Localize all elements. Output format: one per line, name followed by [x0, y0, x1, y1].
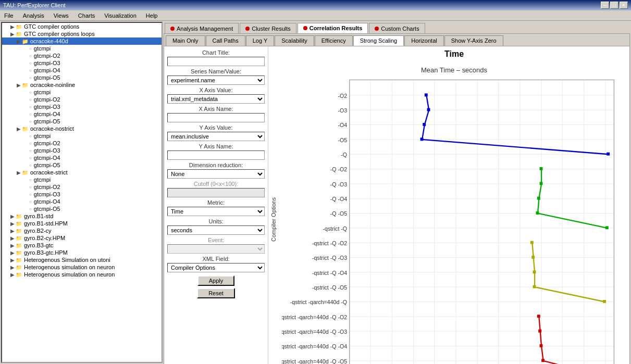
menu-item-views[interactable]: Views: [52, 12, 71, 19]
tree-item[interactable]: ○gtcmpi-O4: [2, 198, 162, 205]
close-button[interactable]: ✕: [620, 2, 628, 9]
metric-select[interactable]: Time: [167, 207, 265, 216]
tree-item[interactable]: ○gtcmpi: [2, 89, 162, 96]
tree-item[interactable]: ▶📁gyro.B1-std: [2, 212, 162, 220]
dimension-select[interactable]: None: [167, 169, 265, 179]
tree-item[interactable]: ○gtcmpi-O5: [2, 74, 162, 81]
tree-item[interactable]: ○gtcmpi-O2: [2, 183, 162, 191]
series-nostrict-point-1: [531, 256, 535, 259]
tab-second-0[interactable]: Main Only: [166, 35, 205, 46]
node-icon: ○: [29, 207, 32, 211]
tab-top-2[interactable]: Correlation Results: [298, 23, 368, 33]
yaxis-name-input[interactable]: [167, 150, 265, 160]
tree-item[interactable]: ○gtcmpi-O2: [2, 96, 162, 103]
tab-dot-3: [375, 27, 379, 31]
menu-item-visualization[interactable]: Visualization: [102, 12, 139, 19]
tree-item[interactable]: ▶📁GTC compiler options: [2, 23, 162, 30]
tree-item[interactable]: ▶📁Heterogenous simulation on neuron: [2, 263, 162, 271]
tree-item-label: GTC compiler options: [24, 23, 79, 30]
tree-item[interactable]: ○gtcmpi-O3: [2, 147, 162, 154]
tree-item[interactable]: ▶📁ocracoke-strict: [2, 169, 162, 176]
tab-second-5[interactable]: Strong Scaling: [353, 35, 404, 46]
tree-item[interactable]: ▶📁gyro.B3-gtc.HPM: [2, 249, 162, 256]
menu-item-analysis[interactable]: Analysis: [21, 12, 46, 19]
svg-text:-Q -O2: -Q -O2: [330, 166, 348, 172]
tree-item-label: gtcmpi-O5: [34, 74, 60, 81]
tree-item[interactable]: ○gtcmpi-O5: [2, 161, 162, 169]
tab-second-1[interactable]: Call Paths: [206, 35, 245, 46]
xmlfield-select-wrapper: Compiler Options: [167, 263, 265, 272]
chart-wrapper: Mean Time – seconds: [282, 61, 626, 364]
tree-item[interactable]: ○gtcmpi-O3: [2, 59, 162, 67]
svg-text:-qstrict -Q -O5: -qstrict -Q -O5: [312, 284, 347, 291]
tree-item[interactable]: ▶📁gyro.B2-cy.HPM: [2, 234, 162, 242]
node-icon: ○: [29, 61, 32, 66]
units-label: Units:: [167, 218, 265, 224]
xmlfield-row: XML Field: Compiler Options: [167, 256, 265, 272]
reset-button[interactable]: Reset: [197, 288, 235, 298]
tree-item[interactable]: ▶📁gyro.B3-gtc: [2, 242, 162, 249]
event-select[interactable]: [167, 244, 265, 254]
svg-text:-qstrict -Q -O3: -qstrict -Q -O3: [312, 255, 347, 261]
tree-item[interactable]: ▶📁ocracoke-noinline: [2, 81, 162, 89]
tree-item[interactable]: ○gtcmpi-O5: [2, 205, 162, 212]
tree-item[interactable]: ▶📁ocracoke-440d: [2, 37, 162, 45]
tree-item[interactable]: ○gtcmpi: [2, 45, 162, 52]
yaxis-value-select[interactable]: mean.inclusive: [167, 132, 265, 141]
tab-top-0[interactable]: Analysis Management: [165, 23, 239, 33]
tab-label-3: Custom Charts: [381, 26, 419, 32]
svg-text:-qstrict -qarch=440d -Q: -qstrict -qarch=440d -Q: [290, 299, 347, 305]
tree-item[interactable]: ○gtcmpi-O2: [2, 140, 162, 147]
tree-item[interactable]: ○gtcmpi-O2: [2, 52, 162, 59]
tree-item[interactable]: ▶📁ocracoke-nostrict: [2, 125, 162, 132]
tab-second-4[interactable]: Efficiency: [315, 35, 353, 46]
menu-item-charts[interactable]: Charts: [76, 12, 97, 19]
xmlfield-select[interactable]: Compiler Options: [167, 263, 265, 272]
tree-item[interactable]: ○gtcmpi-O3: [2, 103, 162, 110]
tree-item[interactable]: ○gtcmpi-O3: [2, 191, 162, 198]
folder-icon: 📁: [16, 257, 22, 263]
tab-top-3[interactable]: Custom Charts: [369, 23, 425, 33]
tree-item[interactable]: ▶📁Heterogenous Simulation on utoni: [2, 256, 162, 263]
expand-icon: ▶: [10, 257, 15, 263]
maximize-button[interactable]: □: [610, 2, 618, 9]
chart-title-input[interactable]: [167, 57, 265, 66]
xaxis-name-input[interactable]: [167, 113, 265, 122]
tab-second-2[interactable]: Log Y: [246, 35, 275, 46]
series-name-select[interactable]: experiment.name: [167, 76, 265, 85]
tab-top-1[interactable]: Cluster Results: [240, 23, 296, 33]
tree-item-label: gtcmpi-O5: [34, 118, 60, 124]
tree-item[interactable]: ○gtcmpi: [2, 132, 162, 140]
minimize-button[interactable]: ─: [601, 2, 609, 9]
units-row: Units: seconds: [167, 218, 265, 235]
tree-item[interactable]: ▶📁gyro.B2-cy: [2, 227, 162, 234]
tree-item[interactable]: ▶📁GTC compiler options loops: [2, 30, 162, 37]
expand-icon: ▶: [10, 235, 15, 241]
tree-item[interactable]: ○gtcmpi-O4: [2, 154, 162, 161]
content-area: Main OnlyCall PathsLog YScalabilityEffic…: [164, 33, 630, 364]
event-label: Event:: [167, 237, 265, 243]
series-name-select-wrapper: experiment.name: [167, 76, 265, 85]
tree-item[interactable]: ▶📁Heterogenous simulation on neuron: [2, 271, 162, 278]
apply-button[interactable]: Apply: [197, 275, 235, 286]
tree-item[interactable]: ○gtcmpi-O4: [2, 67, 162, 74]
folder-icon: 📁: [16, 235, 22, 241]
xaxis-value-select[interactable]: trial.xml_metadata: [167, 94, 265, 104]
units-select[interactable]: seconds: [167, 225, 265, 235]
menu-item-help[interactable]: Help: [144, 12, 160, 19]
menu-item-file[interactable]: File: [2, 12, 16, 19]
tree-item[interactable]: ○gtcmpi-O4: [2, 110, 162, 118]
tab-second-3[interactable]: Scalability: [275, 35, 314, 46]
cutoff-input[interactable]: [167, 188, 265, 197]
node-icon: ○: [29, 185, 32, 190]
svg-text:Mean Time – seconds: Mean Time – seconds: [421, 66, 487, 74]
tree-item[interactable]: ▶📁gyro.B1-std.HPM: [2, 220, 162, 227]
folder-icon: 📁: [22, 170, 28, 175]
tree-item[interactable]: ○gtcmpi-O5: [2, 118, 162, 125]
tab-second-6[interactable]: Horizontal: [404, 35, 444, 46]
series-strict-point-2: [540, 344, 543, 347]
tree-item[interactable]: ○gtcmpi: [2, 176, 162, 183]
tab-second-7[interactable]: Show Y-Axis Zero: [444, 35, 503, 46]
expand-icon: ▶: [10, 221, 15, 227]
expand-icon: ▶: [10, 250, 15, 256]
